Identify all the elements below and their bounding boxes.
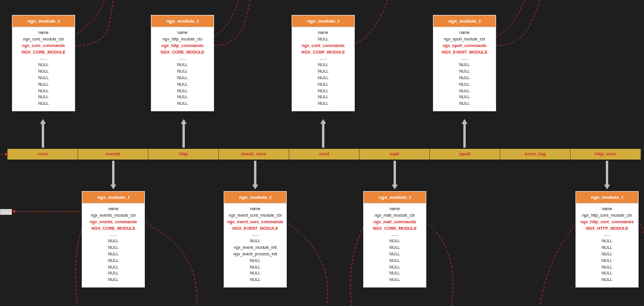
module-row: NULL [577, 238, 637, 245]
module-row: NGX_CORE_MODULE [365, 226, 425, 232]
module-row: name [83, 206, 143, 213]
module-row: NGX_CORE_MODULE [14, 49, 73, 56]
module-row: ngx_events_module_ctx [83, 213, 143, 219]
module-row: NULL [577, 264, 637, 271]
module-row: NULL [365, 258, 425, 264]
module-row: NULL [365, 251, 425, 258]
module-row: NULL [435, 75, 494, 82]
module-box-http: ngx_module_tnamengx_http_module_ctxngx_h… [151, 15, 214, 111]
strip-cell-conf: conf [289, 149, 360, 160]
module-row: NULL [577, 245, 637, 251]
module-box-http_core: ngx_module_tnamengx_http_core_module_ctx… [575, 191, 639, 288]
module-row: name [435, 30, 494, 36]
module-row: NULL [153, 68, 212, 75]
module-row: NULL [365, 245, 425, 251]
module-row: name [293, 30, 353, 36]
module-row: ...... [435, 55, 494, 62]
module-row: NULL [153, 101, 212, 107]
module-row: NULL [225, 238, 285, 245]
module-row: NULL [365, 270, 425, 277]
module-row: NULL [14, 101, 73, 107]
module-row: ngx_event_module_init [225, 245, 285, 251]
arrow-down-icon [392, 161, 398, 189]
strip-cell-mail: mail [360, 149, 430, 160]
module-body: namengx_epoll_module_ctxngx_epoll_comman… [434, 27, 496, 111]
module-row: ngx_epoll_commands [435, 43, 494, 49]
strip-cell-http: http [148, 149, 219, 160]
module-row: NULL [83, 258, 143, 264]
strip-cell-error_log: error_log [500, 149, 571, 160]
module-row: NULL [435, 94, 494, 101]
module-row: NULL [153, 82, 212, 88]
module-row: NULL [83, 238, 143, 245]
module-row: ngx_event_process_init [225, 251, 285, 258]
module-row: NULL [225, 277, 285, 283]
module-row: NULL [14, 62, 73, 68]
module-header: ngx_module_t [224, 192, 286, 204]
module-box-events: ngx_module_tnamengx_events_module_ctxngx… [82, 191, 145, 288]
module-row: ngx_epoll_module_ctx [435, 36, 494, 43]
module-body: namengx_http_core_module_ctxngx_http_cor… [576, 204, 638, 287]
module-body: nameNULLngx_conf_commandsNGX_CONF_MODULE… [292, 27, 354, 111]
module-row: ngx_events_commands [83, 219, 143, 226]
module-row: NULL [435, 88, 494, 95]
module-row: NULL [14, 88, 73, 95]
module-row: NULL [293, 94, 353, 101]
module-header: ngx_module_t [151, 15, 213, 27]
module-row: name [225, 206, 285, 213]
module-row: ngx_http_core_commands [577, 219, 637, 226]
module-row: NULL [225, 258, 285, 264]
module-row: NULL [153, 88, 212, 95]
module-box-mail: ngx_module_tnamengx_mail_module_ctxngx_m… [363, 191, 426, 288]
module-row: NULL [365, 238, 425, 245]
module-row: ...... [577, 232, 637, 238]
strip-pointer-arrow-icon [1, 151, 7, 157]
module-body: namengx_event_core_module_ctxngx_event_c… [224, 204, 286, 287]
module-row: NULL [365, 264, 425, 271]
module-row: ...... [153, 55, 212, 62]
module-row: ngx_mail_module_ctx [365, 213, 425, 219]
module-row: NULL [577, 251, 637, 258]
module-box-core: ngx_module_tnamengx_core_module_ctxngx_c… [12, 15, 75, 111]
arrow-up-icon [40, 119, 46, 148]
module-row: ngx_core_commands [14, 43, 73, 49]
module-row: NGX_CORE_MODULE [153, 49, 212, 56]
module-row: ngx_core_module_ctx [14, 36, 73, 43]
module-body: namengx_mail_module_ctxngx_mail_commands… [364, 204, 426, 287]
module-header: ngx_module_t [13, 15, 75, 27]
module-row: ...... [83, 232, 143, 238]
module-row: NULL [293, 36, 353, 43]
arrow-up-icon [320, 119, 326, 148]
arrow-down-icon [110, 161, 116, 189]
strip-cell-http_core: http_core [571, 149, 641, 160]
module-row: NULL [14, 75, 73, 82]
module-box-epoll: ngx_module_tnamengx_epoll_module_ctxngx_… [433, 15, 496, 111]
module-body: namengx_http_module_ctxngx_http_commands… [151, 27, 213, 111]
module-row: NULL [577, 258, 637, 264]
module-row: NGX_HTTP_MODULE [577, 226, 637, 232]
strip-cell-core: core [8, 149, 78, 160]
module-header: ngx_module_t [82, 192, 144, 204]
module-row: NULL [577, 270, 637, 277]
module-row: NULL [153, 75, 212, 82]
module-row: ngx_event_core_module_ctx [225, 213, 285, 219]
module-row: NULL [435, 101, 494, 107]
module-row: NULL [293, 82, 353, 88]
module-row: NULL [577, 277, 637, 283]
module-row: name [153, 30, 212, 36]
strip-cell-epoll: epoll [430, 149, 500, 160]
external-block [0, 209, 12, 215]
external-block-arrow-icon [12, 211, 80, 212]
module-row: NULL [293, 88, 353, 95]
arrow-down-icon [252, 161, 258, 189]
module-row: ...... [225, 232, 285, 238]
module-row: ngx_event_core_commands [225, 219, 285, 226]
strip-cell-event_core: event_core [219, 149, 289, 160]
module-body: namengx_events_module_ctxngx_events_comm… [82, 204, 144, 287]
module-row: NULL [293, 75, 353, 82]
module-row: NGX_CONF_MODULE [293, 49, 353, 56]
module-row: NULL [83, 251, 143, 258]
module-row: NULL [293, 62, 353, 68]
arrow-up-icon [462, 119, 467, 148]
module-row: NULL [83, 264, 143, 271]
